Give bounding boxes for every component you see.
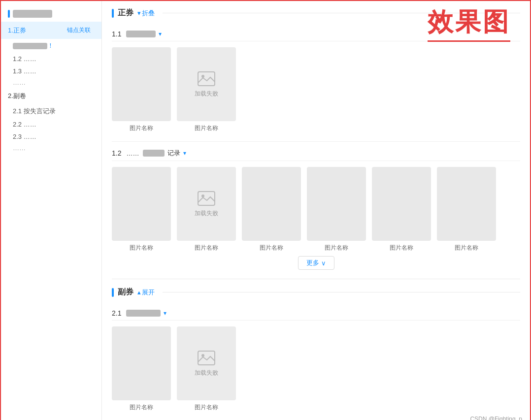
sidebar: 1.正券 锚点关联 ！ 1.2 …… 1.3 …… …… 2.副卷 2.1 按失…	[1, 1, 102, 420]
broken-image-icon	[197, 191, 216, 206]
image-thumb[interactable]	[112, 47, 171, 121]
sub-section-title-blurred-1-2	[143, 150, 165, 157]
sidebar-subitem-1-2[interactable]: 1.2 ……	[1, 53, 101, 65]
section-bar-fuquan	[112, 288, 114, 297]
image-thumb[interactable]	[307, 167, 366, 241]
app-container: 1.正券 锚点关联 ！ 1.2 …… 1.3 …… …… 2.副卷 2.1 按失…	[0, 0, 531, 420]
section-title-fuquan: 副券	[118, 287, 133, 297]
sub-section-title-blurred-2-1	[126, 310, 161, 317]
section-toggle-zhengquan[interactable]: ▾ 折叠	[137, 9, 155, 18]
load-failed-text: 加载失败	[195, 369, 218, 377]
image-thumb[interactable]	[242, 167, 301, 241]
sub-section-prefix-1-2: 1.2	[112, 149, 121, 157]
image-grid-2-1: 图片名称 加载失败 图片名称	[112, 326, 520, 412]
image-thumb[interactable]	[437, 167, 496, 241]
image-item: 图片名称	[112, 326, 171, 412]
image-thumb-failed[interactable]: 加载失败	[177, 167, 236, 241]
more-btn-row: 更多 ∨	[112, 256, 520, 270]
sidebar-ellipsis-1: ……	[1, 77, 101, 88]
sidebar-item-zhengquan[interactable]: 1.正券 锚点关联	[1, 22, 101, 39]
image-caption: 图片名称	[390, 244, 413, 252]
image-caption: 图片名称	[195, 124, 218, 132]
image-thumb[interactable]	[112, 167, 171, 241]
image-caption: 图片名称	[455, 244, 478, 252]
image-caption: 图片名称	[130, 244, 153, 252]
image-caption: 图片名称	[195, 244, 218, 252]
sidebar-subitem-1-1[interactable]: ！	[1, 39, 101, 53]
sidebar-title-bar-icon	[8, 10, 10, 18]
image-grid-1-1: 图片名称 加载失败 图片名称	[112, 47, 520, 132]
sub-section-prefix-2-1: 2.1	[112, 309, 121, 317]
nav-anchor-label[interactable]: 锚点关联	[63, 25, 95, 35]
image-grid-1-2: 图片名称 加载失败 图片名称	[112, 167, 520, 252]
image-thumb-failed[interactable]: 加载失败	[177, 47, 236, 121]
section-header-fuquan: 副券 ▴ 展开	[112, 287, 520, 299]
sidebar-subitem-1-1-text	[13, 43, 47, 49]
broken-image-icon	[197, 350, 216, 366]
image-item: 图片名称	[112, 167, 171, 252]
image-item: 加载失败 图片名称	[177, 326, 236, 412]
sidebar-subitem-2-1[interactable]: 2.1 按失言记录	[1, 104, 101, 118]
image-item: 图片名称	[242, 167, 301, 252]
image-item: 图片名称	[437, 167, 496, 252]
image-item: 图片名称	[372, 167, 431, 252]
sub-section-toggle-1-2[interactable]: ▾	[183, 150, 186, 157]
image-caption: 图片名称	[195, 403, 218, 412]
image-item: 图片名称	[307, 167, 366, 252]
sub-section-2-1: 2.1 ▾ 图片名称	[112, 306, 520, 412]
sidebar-subitem-2-3[interactable]: 2.3 ……	[1, 130, 101, 143]
nav-group-label-zhengquan: 1.正券	[8, 26, 26, 35]
load-failed-text: 加载失败	[195, 209, 218, 218]
sidebar-item-fuquan[interactable]: 2.副卷	[1, 88, 101, 104]
image-caption: 图片名称	[260, 244, 283, 252]
sub-section-1-2: 1.2 …… 记录 ▾ 图片名称	[112, 146, 520, 270]
sidebar-ellipsis-2: ……	[1, 143, 101, 153]
section-zhengquan: 正券 ▾ 折叠 1.1 ▾ 图片名称	[112, 8, 520, 270]
sub-section-header-2-1: 2.1 ▾	[112, 306, 520, 321]
sub-section-toggle-2-1[interactable]: ▾	[164, 310, 166, 317]
more-label: 更多	[306, 258, 319, 267]
sidebar-subitem-1-3[interactable]: 1.3 ……	[1, 65, 101, 77]
sidebar-subitem-2-2[interactable]: 2.2 ……	[1, 118, 101, 130]
image-caption: 图片名称	[325, 244, 348, 252]
image-item: 加载失败 图片名称	[177, 167, 236, 252]
section-title-zhengquan: 正券	[118, 8, 133, 18]
load-failed-text: 加载失败	[195, 90, 218, 98]
csdn-watermark: CSDN @Fighting_p	[470, 416, 522, 420]
image-thumb[interactable]	[372, 167, 431, 241]
divider-fuquan	[163, 292, 520, 292]
image-item: 加载失败 图片名称	[177, 47, 236, 132]
sub-section-toggle-1-1[interactable]: ▾	[159, 31, 162, 37]
sub-section-title-blurred-1-1	[126, 31, 156, 37]
section-divider	[112, 279, 520, 279]
sidebar-title-text	[13, 10, 52, 18]
image-thumb[interactable]	[112, 326, 171, 400]
sidebar-title	[1, 6, 101, 22]
section-fuquan: 副券 ▴ 展开 2.1 ▾ 图片名称	[112, 287, 520, 412]
section-bar-zhengquan	[112, 9, 114, 18]
image-caption: 图片名称	[130, 124, 153, 132]
sub-section-title-suffix: 记录	[167, 149, 180, 158]
divider	[112, 141, 520, 142]
sub-section-dots-1-2: ……	[126, 150, 139, 157]
main-content: 效果图 正券 ▾ 折叠 1.1 ▾	[102, 1, 530, 420]
sub-section-header-1-2: 1.2 …… 记录 ▾	[112, 146, 520, 161]
image-item: 图片名称	[112, 47, 171, 132]
more-button[interactable]: 更多 ∨	[298, 256, 334, 270]
sub-section-prefix-1-1: 1.1	[112, 30, 121, 38]
effect-title: 效果图	[428, 5, 510, 42]
broken-image-icon	[197, 71, 216, 87]
sub-section-1-1: 1.1 ▾ 图片名称	[112, 27, 520, 132]
chevron-down-icon: ∨	[321, 259, 326, 267]
section-toggle-fuquan[interactable]: ▴ 展开	[137, 288, 155, 297]
image-caption: 图片名称	[130, 403, 153, 412]
image-thumb-failed[interactable]: 加载失败	[177, 326, 236, 400]
